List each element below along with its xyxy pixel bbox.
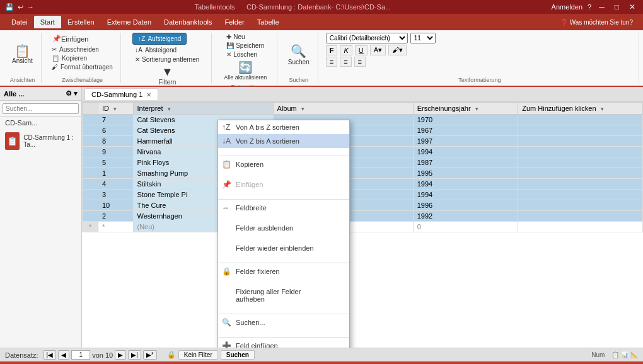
tab-datenbanktools[interactable]: Datenbanktools	[158, 16, 218, 28]
speichern-button[interactable]: 💾 Speichern	[224, 42, 267, 50]
context-menu-item[interactable]: 📋Kopieren	[218, 157, 349, 171]
maximize-button[interactable]: □	[612, 3, 622, 11]
cell-year: 1995	[413, 168, 518, 179]
ctx-separator	[218, 314, 349, 314]
col-id-header[interactable]: ID ▾	[98, 103, 133, 115]
nav-current-input[interactable]	[71, 350, 90, 360]
table-row[interactable]: 1Smashing Pumpnite Sa1995	[83, 168, 643, 179]
neu-button[interactable]: ✚ Neu	[224, 33, 247, 41]
align-center-button[interactable]: ≡	[340, 57, 351, 67]
ausschneiden-button[interactable]: ✂ Ausschneiden	[49, 45, 101, 54]
view-icons[interactable]: 📋 📊 📐	[611, 351, 638, 358]
table-row[interactable]: 7Cat Stevens1970	[83, 115, 643, 125]
loeschen-button[interactable]: ✕ Löschen	[224, 50, 260, 59]
tab-externe-daten[interactable]: Externe Daten	[101, 16, 158, 28]
context-menu-item[interactable]: 🔒Felder fixieren	[218, 264, 349, 278]
align-left-button[interactable]: ≡	[326, 57, 337, 67]
sortierung-entfernen-button[interactable]: ✕ Sortierung entfernen	[132, 55, 202, 64]
context-menu-item[interactable]	[218, 171, 349, 178]
nav-header-icons[interactable]: ⚙ ▾	[66, 89, 78, 98]
tab-start[interactable]: Start	[34, 16, 61, 28]
kopieren-button[interactable]: 📋 Kopieren	[49, 54, 90, 62]
table-row[interactable]: 2Westernhagen1992	[83, 211, 643, 222]
title-bar-left: 💾 ↩ →	[5, 3, 34, 11]
context-menu-item[interactable]	[218, 235, 349, 241]
context-menu-item[interactable]	[218, 215, 349, 221]
undo-icon[interactable]: ↩	[18, 3, 23, 11]
highlight-icon[interactable]: 🖌▾	[388, 45, 407, 55]
nav-search-input[interactable]	[3, 103, 79, 114]
zwischenablage-label: Zwischenablage	[62, 76, 103, 83]
context-menu-item[interactable]: ↓AVon Z bis A sortieren	[218, 134, 349, 148]
nav-new-button[interactable]: ▶*	[143, 350, 157, 360]
format-button[interactable]: 🖌 Format übertragen	[49, 63, 115, 71]
col-year-header[interactable]: Erscheinungsjahr ▾	[413, 103, 518, 115]
context-menu-item[interactable]: ↔Feldbreite	[218, 201, 349, 215]
context-menu-item[interactable]	[218, 278, 349, 285]
ctx-item-icon: 📋	[222, 160, 231, 169]
ctx-item-icon: ↑Z	[222, 123, 230, 132]
context-menu-item[interactable]	[218, 306, 349, 312]
filter-button[interactable]: Kein Filter	[178, 350, 218, 360]
context-menu-item[interactable]: ↑ZVon A bis Z sortieren	[218, 120, 349, 134]
search-button[interactable]: Suchen	[221, 350, 255, 360]
table-row[interactable]: 9Nirvana1994	[83, 147, 643, 157]
table-row[interactable]: 3Stone Temple Pi1994	[83, 190, 643, 200]
col-interpret-header[interactable]: Interpret ▾	[133, 103, 273, 115]
text-color-icon[interactable]: A▾	[370, 45, 386, 55]
redo-icon[interactable]: →	[27, 3, 34, 11]
ansicht-button[interactable]: 📋 Ansicht	[9, 43, 36, 66]
underline-button[interactable]: U	[355, 45, 368, 55]
tab-datei[interactable]: Datei	[5, 16, 34, 28]
context-menu-item[interactable]: Felder ausblenden	[218, 221, 349, 235]
aufsteigend-button[interactable]: ↑Z Aufsteigend	[132, 33, 187, 45]
table-row[interactable]: 6Cat Stevens1967	[83, 125, 643, 136]
tab-tabelle[interactable]: Tabelle	[251, 16, 286, 28]
nav-db-item[interactable]: 📋 CD-Sammlung 1 : Ta...	[0, 128, 81, 154]
save-icon[interactable]: 💾	[5, 3, 14, 11]
close-button[interactable]: ✕	[627, 3, 638, 11]
font-size-select[interactable]: 11	[410, 33, 436, 43]
context-menu-item[interactable]	[218, 255, 349, 261]
nav-first-button[interactable]: |◀	[43, 350, 57, 360]
user-label[interactable]: Anmelden	[552, 3, 583, 11]
align-right-button[interactable]: ≡	[354, 57, 366, 67]
tab-erstellen[interactable]: Erstellen	[61, 16, 101, 28]
col-album-header[interactable]: Album ▾	[273, 103, 413, 115]
filtern-button[interactable]: ▼ Filtern	[155, 64, 179, 88]
help-btn[interactable]: ?	[588, 3, 591, 11]
nav-next-button[interactable]: ▶	[115, 350, 126, 360]
context-menu-item[interactable]: ➕Feld einfügen	[218, 339, 349, 348]
table-tab-close[interactable]: ✕	[146, 91, 151, 98]
font-select[interactable]: Calibri (Detailbereich)	[326, 33, 408, 43]
italic-button[interactable]: K	[340, 45, 352, 55]
nav-last-button[interactable]: ▶|	[128, 350, 141, 360]
cell-id: 7	[98, 115, 133, 125]
table-tab-main[interactable]: CD-Sammlung 1 ✕	[84, 88, 158, 100]
context-menu-item[interactable]	[218, 329, 349, 336]
col-year-arrow: ▾	[475, 106, 478, 112]
absteigend-button[interactable]: ↓A Absteigend	[132, 46, 179, 54]
context-menu-item[interactable]: Fixierung aller Felder aufheben	[218, 285, 349, 306]
nav-db-icon: 📋	[5, 132, 20, 150]
nav-prev-button[interactable]: ◀	[58, 350, 69, 360]
bold-button[interactable]: F	[326, 45, 338, 55]
ansicht-icon: 📋	[14, 45, 30, 57]
einfuegen-button[interactable]: 📌 Einfügen	[49, 33, 91, 45]
table-row[interactable]: 10The Cure1996	[83, 200, 643, 211]
suchen-button[interactable]: 🔍 Suchen	[285, 42, 313, 67]
minimize-button[interactable]: ─	[596, 3, 607, 11]
context-menu-item[interactable]: 🔍Suchen...	[218, 316, 349, 329]
table-row[interactable]: 4Stiltskin1994	[83, 179, 643, 190]
alle-aktualisieren-button[interactable]: 🔄 Alle aktualisieren	[221, 59, 270, 82]
context-menu-item[interactable]	[218, 148, 349, 154]
col-add-header[interactable]: Zum Hinzufügen klicken ▾	[518, 103, 643, 115]
ctx-item-label: Feldbreite	[236, 204, 267, 212]
cell-year: 1996	[413, 200, 518, 211]
table-row[interactable]: **(Neu)0	[83, 222, 643, 232]
table-row[interactable]: 5Pink FloysSeason1987	[83, 157, 643, 168]
context-menu-item[interactable]	[218, 191, 349, 198]
context-menu-item[interactable]: Felder wieder einblenden	[218, 241, 349, 255]
table-row[interactable]: 8Hammerfall1997	[83, 136, 643, 147]
tab-felder[interactable]: Felder	[219, 16, 251, 28]
